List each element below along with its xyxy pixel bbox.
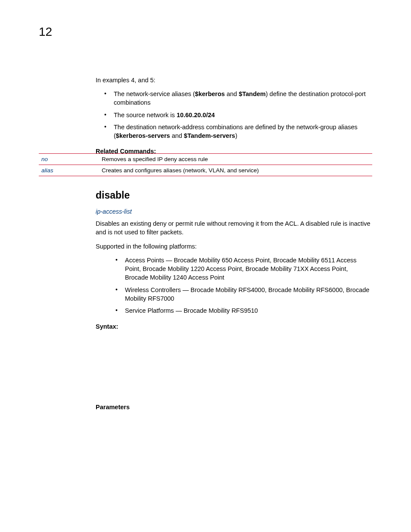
text: ) bbox=[235, 132, 237, 139]
command-desc: Creates and configures aliases (network,… bbox=[99, 165, 372, 176]
text: and bbox=[170, 132, 184, 139]
parameters-label: Parameters bbox=[96, 404, 130, 411]
description-para: Disables an existing deny or permit rule… bbox=[96, 219, 372, 237]
list-item: Access Points — Brocade Mobility 650 Acc… bbox=[120, 256, 372, 282]
supported-intro: Supported in the following platforms: bbox=[96, 242, 372, 251]
bullet-2: The source network is 10.60.20.0/24 bbox=[109, 111, 372, 119]
bold-text: $Tandem bbox=[239, 90, 266, 97]
example-bullets: The network-service aliases ($kerberos a… bbox=[96, 90, 372, 140]
bold-text: $kerberos-servers bbox=[116, 132, 170, 139]
content-block-2: disable ip-access-list Disables an exist… bbox=[96, 190, 372, 333]
table-row: alias Creates and configures aliases (ne… bbox=[39, 165, 372, 176]
text: The source network is bbox=[114, 112, 177, 118]
bold-text: 10.60.20.0/24 bbox=[177, 112, 215, 118]
list-item: Service Platforms — Brocade Mobility RFS… bbox=[120, 306, 372, 315]
platform-list: Access Points — Brocade Mobility 650 Acc… bbox=[96, 256, 372, 315]
bullet-1: The network-service aliases ($kerberos a… bbox=[109, 90, 372, 107]
command-link[interactable]: no bbox=[39, 154, 99, 165]
syntax-label: Syntax: bbox=[96, 323, 372, 330]
page-number: 12 bbox=[39, 25, 52, 39]
bold-text: $Tandem-servers bbox=[184, 132, 235, 139]
text: The network-service aliases ( bbox=[114, 90, 195, 97]
subhead-link[interactable]: ip-access-list bbox=[96, 208, 372, 215]
command-desc: Removes a specified IP deny access rule bbox=[99, 154, 372, 165]
bold-text: $kerberos bbox=[195, 90, 225, 97]
content-block-1: In examples 4, and 5: The network-servic… bbox=[96, 77, 372, 158]
command-link[interactable]: alias bbox=[39, 165, 99, 176]
intro-text: In examples 4, and 5: bbox=[96, 77, 372, 84]
section-heading: disable bbox=[96, 190, 372, 201]
bullet-3: The destination network-address combinat… bbox=[109, 123, 372, 140]
list-item: Wireless Controllers — Brocade Mobility … bbox=[120, 286, 372, 303]
text: and bbox=[225, 90, 239, 97]
related-commands-table: no Removes a specified IP deny access ru… bbox=[39, 153, 372, 176]
table-row: no Removes a specified IP deny access ru… bbox=[39, 154, 372, 165]
